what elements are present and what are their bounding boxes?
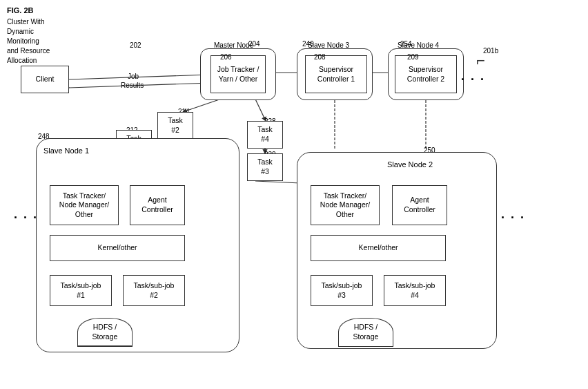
id-206: 206 bbox=[220, 53, 232, 61]
bracket-201b: ⌐ bbox=[476, 52, 485, 70]
task-sub4-box: Task/sub-job#4 bbox=[384, 275, 446, 306]
task3-box: Task#3 bbox=[247, 153, 283, 181]
task4-box: Task#4 bbox=[247, 121, 283, 149]
slave1-label: Slave Node 1 bbox=[43, 146, 89, 155]
svg-line-0 bbox=[69, 75, 210, 79]
task-sub3-label: Task/sub-job#3 bbox=[322, 281, 362, 300]
client-box: Client bbox=[21, 66, 69, 93]
dots-left-slave1: . . . bbox=[14, 207, 38, 222]
fig-label: FIG. 2B bbox=[7, 6, 50, 16]
job-tracker-box: Job Tracker /Yarn / Other bbox=[210, 55, 266, 93]
task2-box: Task#2 bbox=[157, 112, 193, 140]
id-209: 209 bbox=[407, 53, 419, 61]
diagram: FIG. 2B Cluster WithDynamicMonitoringand… bbox=[0, 0, 588, 389]
supervisor2-box: SupervisorController 2 bbox=[395, 55, 457, 93]
task-tracker2-box: Task Tracker/Node Manager/Other bbox=[311, 185, 380, 225]
hdfs1-label: HDFS /Storage bbox=[92, 323, 118, 341]
id-208: 208 bbox=[314, 53, 326, 61]
supervisor1-box: SupervisorController 1 bbox=[305, 55, 367, 93]
supervisor1-label: SupervisorController 1 bbox=[317, 65, 355, 84]
agent-ctrl2-label: AgentController bbox=[404, 196, 435, 214]
hdfs2-label: HDFS /Storage bbox=[353, 323, 379, 341]
hdfs2-box: HDFS /Storage bbox=[338, 318, 393, 347]
supervisor2-label: SupervisorController 2 bbox=[407, 65, 444, 84]
task4-label: Task#4 bbox=[257, 125, 273, 144]
kernel2-label: Kernel/other bbox=[358, 243, 398, 253]
task3-label: Task#3 bbox=[257, 158, 273, 176]
task-sub3-box: Task/sub-job#3 bbox=[311, 275, 373, 306]
results-label: Results bbox=[121, 82, 144, 89]
slave2-label: Slave Node 2 bbox=[387, 160, 433, 169]
task-tracker1-label: Task Tracker/Node Manager/Other bbox=[59, 191, 109, 220]
id-201b: 201b bbox=[483, 47, 498, 55]
task-sub1-box: Task/sub-job#1 bbox=[50, 275, 112, 306]
task-tracker1-box: Task Tracker/Node Manager/Other bbox=[50, 185, 119, 225]
agent-ctrl2-box: AgentController bbox=[392, 185, 447, 225]
task2-label: Task#2 bbox=[168, 116, 183, 135]
kernel2-box: Kernel/other bbox=[311, 235, 446, 261]
agent-ctrl1-box: AgentController bbox=[130, 185, 185, 225]
agent-ctrl1-label: AgentController bbox=[141, 196, 173, 214]
dots-right-slave2: . . . bbox=[501, 207, 525, 222]
task-sub2-label: Task/sub-job#2 bbox=[134, 281, 175, 300]
task-sub2-box: Task/sub-job#2 bbox=[123, 275, 185, 306]
task-sub4-label: Task/sub-job#4 bbox=[395, 281, 435, 300]
client-label: Client bbox=[36, 75, 55, 84]
task-tracker2-label: Task Tracker/Node Manager/Other bbox=[320, 191, 370, 220]
id-202: 202 bbox=[130, 41, 141, 49]
task-sub1-label: Task/sub-job#1 bbox=[61, 281, 101, 300]
kernel1-label: Kernel/other bbox=[97, 243, 137, 253]
hdfs1-box: HDFS /Storage bbox=[77, 318, 133, 347]
kernel1-box: Kernel/other bbox=[50, 235, 185, 261]
job-label: Job bbox=[128, 73, 139, 80]
dots-right-sup2: . . . bbox=[461, 69, 485, 84]
job-tracker-label: Job Tracker /Yarn / Other bbox=[217, 65, 259, 84]
fig-subtitle: Cluster WithDynamicMonitoringand Resourc… bbox=[7, 17, 50, 66]
fig-title: FIG. 2B Cluster WithDynamicMonitoringand… bbox=[7, 6, 50, 66]
